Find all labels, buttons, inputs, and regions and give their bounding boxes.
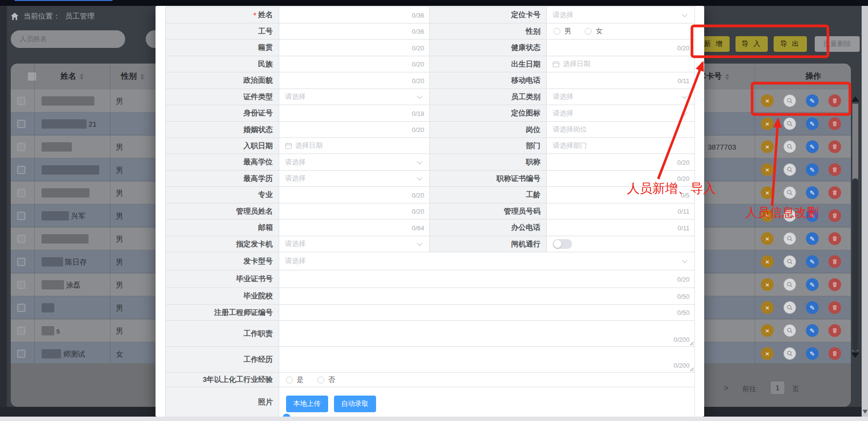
form-field-counter[interactable]: 0/50 [279, 305, 695, 320]
form-field-counter[interactable]: 0/36 [279, 23, 430, 39]
form-field-counter[interactable]: 0/20 [547, 40, 695, 56]
delete-button[interactable] [828, 324, 841, 337]
form-field-counter[interactable]: 0/64 [279, 220, 430, 236]
view-button[interactable] [783, 255, 796, 268]
delete-button[interactable] [828, 117, 841, 130]
form-field-counter[interactable]: 0/20 [547, 171, 695, 186]
sort-icon[interactable] [140, 74, 144, 80]
view-button[interactable] [783, 209, 796, 222]
view-button[interactable] [783, 278, 796, 291]
local-upload-button[interactable]: 本地上传 [286, 396, 328, 412]
form-field-select[interactable]: 请选择 [279, 171, 430, 186]
revoke-card-button[interactable]: × [761, 324, 774, 337]
revoke-card-button[interactable]: × [761, 94, 774, 107]
form-field-counter[interactable]: 0/5 [547, 187, 695, 203]
revoke-card-button[interactable]: × [761, 117, 774, 130]
edit-button[interactable]: ✎ [806, 163, 819, 176]
view-button[interactable] [783, 347, 796, 360]
window-scrollbar[interactable] [862, 6, 868, 421]
form-field-input[interactable]: 请选择岗位 [547, 122, 695, 137]
edit-button[interactable]: ✎ [806, 117, 819, 130]
row-checkbox[interactable] [17, 212, 25, 220]
edit-button[interactable]: ✎ [806, 94, 819, 107]
row-checkbox[interactable] [17, 97, 25, 105]
radio-button[interactable] [554, 28, 560, 35]
form-field-counter[interactable]: 0/36 [279, 7, 430, 23]
view-button[interactable] [783, 94, 796, 107]
form-field-textarea[interactable]: 0/200 [279, 321, 695, 346]
pager-page-input[interactable]: 1 [770, 381, 785, 395]
batch-delete-button[interactable]: 批量删除 [815, 36, 860, 52]
edit-button[interactable]: ✎ [806, 255, 819, 268]
form-field-select[interactable]: 请选择 [547, 105, 695, 121]
form-field-select[interactable]: 请选择 [279, 236, 430, 252]
form-field-radios[interactable]: 是否 [279, 373, 695, 387]
form-field-input[interactable]: 请选择部门 [547, 138, 695, 154]
employee-name-search-input[interactable]: 人员姓名 [11, 30, 125, 48]
column-header-gender[interactable]: 性别 [110, 64, 155, 89]
row-checkbox[interactable] [17, 281, 25, 289]
export-button[interactable]: 导 出 [774, 36, 807, 52]
view-button[interactable] [783, 301, 796, 314]
view-button[interactable] [783, 163, 796, 176]
window-scrollbar-down-arrow[interactable] [863, 410, 868, 414]
form-field-counter[interactable]: 0/20 [279, 122, 430, 137]
row-checkbox[interactable] [17, 258, 25, 266]
form-field-textarea[interactable]: 0/200 [279, 347, 695, 372]
form-field-counter[interactable]: 0/20 [279, 270, 695, 288]
edit-button[interactable]: ✎ [806, 232, 819, 245]
delete-button[interactable] [828, 232, 841, 245]
row-checkbox[interactable] [17, 120, 25, 128]
form-field-counter[interactable]: 0/20 [547, 154, 695, 170]
form-field-select[interactable]: 请选择 [279, 252, 695, 270]
form-field-select[interactable]: 请选择 [279, 89, 430, 105]
form-field-counter[interactable]: 0/20 [279, 187, 430, 203]
row-checkbox[interactable] [17, 235, 25, 243]
scroll-down-arrow[interactable] [851, 353, 859, 358]
revoke-card-button[interactable]: × [761, 347, 774, 360]
row-checkbox[interactable] [17, 166, 25, 174]
revoke-card-button[interactable]: × [761, 186, 774, 199]
delete-button[interactable] [828, 278, 841, 291]
delete-button[interactable] [828, 255, 841, 268]
view-button[interactable] [783, 186, 796, 199]
delete-button[interactable] [828, 186, 841, 199]
toggle-switch[interactable] [553, 239, 572, 249]
form-field-date[interactable]: 选择日期 [279, 138, 430, 154]
revoke-card-button[interactable]: × [761, 255, 774, 268]
column-header-ic-card[interactable]: IC卡号 [698, 64, 757, 89]
form-field-counter[interactable]: 0/20 [279, 40, 430, 56]
form-field-counter[interactable]: 0/11 [547, 203, 695, 219]
form-field-select[interactable]: 请选择 [279, 154, 430, 170]
view-button[interactable] [783, 232, 796, 245]
form-field-counter[interactable]: 0/11 [547, 72, 695, 89]
row-checkbox[interactable] [17, 350, 25, 358]
sort-icon[interactable] [725, 74, 729, 80]
form-field-date[interactable]: 选择日期 [547, 56, 695, 72]
revoke-card-button[interactable]: × [761, 278, 774, 291]
delete-button[interactable] [828, 347, 841, 360]
auto-capture-button[interactable]: 自动录取 [334, 396, 376, 412]
form-field-photo[interactable]: 本地上传自动录取 [279, 387, 695, 417]
form-field-counter[interactable]: 0/11 [547, 220, 695, 236]
edit-button[interactable]: ✎ [806, 186, 819, 199]
edit-button[interactable]: ✎ [806, 278, 819, 291]
form-field-counter[interactable]: 0/18 [279, 105, 430, 121]
scroll-up-arrow[interactable] [851, 96, 859, 102]
delete-button[interactable] [828, 301, 841, 314]
view-button[interactable] [783, 324, 796, 337]
revoke-card-button[interactable]: × [761, 232, 774, 245]
radio-button[interactable] [317, 377, 324, 383]
revoke-card-button[interactable]: × [761, 209, 774, 222]
delete-button[interactable] [828, 209, 841, 222]
row-checkbox[interactable] [17, 189, 25, 197]
form-field-select[interactable]: 请选择 [547, 7, 695, 23]
edit-button[interactable]: ✎ [806, 209, 819, 222]
form-field-select[interactable]: 请选择 [547, 89, 695, 105]
radio-button[interactable] [585, 28, 592, 35]
radio-button[interactable] [286, 377, 293, 383]
revoke-card-button[interactable]: × [761, 140, 774, 153]
revoke-card-button[interactable]: × [761, 163, 774, 176]
form-field-counter[interactable]: 0/50 [279, 288, 695, 304]
pager-next-button[interactable]: > [724, 384, 728, 393]
